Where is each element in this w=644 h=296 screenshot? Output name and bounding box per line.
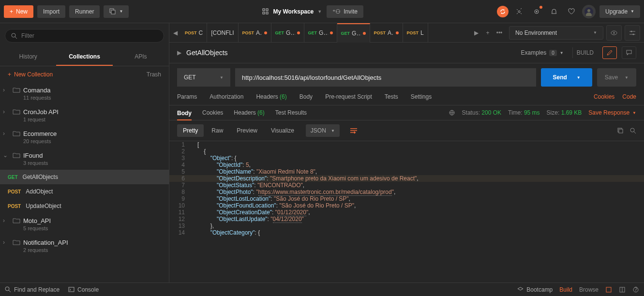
svg-point-6: [518, 11, 520, 13]
collection-item[interactable]: ›Moto_API5 requests: [0, 213, 169, 235]
folder-icon: [13, 152, 20, 159]
collection-name: Ecommerce: [23, 130, 57, 137]
new-button[interactable]: + New: [4, 5, 33, 18]
edit-button[interactable]: [602, 46, 617, 59]
code-line: 4 "ObjectId": 5,: [169, 162, 644, 168]
url-input-wrap[interactable]: [235, 68, 536, 87]
save-button[interactable]: Save ▼: [597, 68, 636, 87]
bootcamp-button[interactable]: Bootcamp: [517, 286, 553, 293]
unsaved-dot: [363, 32, 366, 35]
filter-input-wrap[interactable]: [5, 29, 164, 43]
subtab-authorization[interactable]: Authorization: [210, 93, 243, 100]
upgrade-button[interactable]: Upgrade ▼: [599, 5, 640, 18]
tab-scroll-right[interactable]: ▶: [470, 30, 482, 36]
runner-button[interactable]: Runner: [69, 5, 100, 18]
collection-name: IFound: [23, 152, 48, 159]
environment-preview-button[interactable]: [606, 25, 622, 41]
trash-button[interactable]: Trash: [147, 71, 161, 78]
pane-single-button[interactable]: [605, 286, 612, 293]
examples-dropdown[interactable]: Examples 0 ▼: [521, 49, 563, 56]
collection-item[interactable]: ›Ecommerce20 requests: [0, 126, 169, 148]
request-tab[interactable]: [CONFLI: [207, 23, 238, 43]
import-button[interactable]: Import: [37, 5, 65, 18]
environment-selector[interactable]: No Environment ▼: [509, 26, 603, 40]
tab-history[interactable]: History: [0, 48, 56, 66]
save-response-button[interactable]: Save Response ▼: [588, 109, 636, 116]
url-input[interactable]: [242, 74, 529, 81]
request-name: AddObject: [26, 188, 53, 195]
new-tab-button[interactable]: +: [482, 30, 494, 36]
resptab-cookies[interactable]: Cookies: [202, 109, 223, 116]
gear-icon: [533, 8, 540, 15]
pane-split-button[interactable]: [619, 286, 626, 293]
request-tab[interactable]: POSTL: [403, 23, 428, 43]
help-button[interactable]: ?: [632, 286, 639, 293]
request-tab[interactable]: POSTC: [181, 23, 207, 43]
resptab-headers[interactable]: Headers (6): [234, 109, 264, 116]
subtab-body[interactable]: Body: [300, 93, 313, 100]
footer-build-button[interactable]: Build: [559, 286, 572, 293]
request-item[interactable]: POSTAddObject: [0, 184, 169, 199]
viewtab-preview[interactable]: Preview: [231, 124, 263, 137]
globe-icon[interactable]: [449, 109, 455, 116]
collection-item[interactable]: ›Notification_API2 requests: [0, 235, 169, 257]
svg-rect-3: [266, 9, 268, 11]
invite-button[interactable]: ⁺⚇ Invite: [327, 5, 363, 18]
collection-name: Moto_API: [23, 217, 51, 224]
wrap-button[interactable]: [345, 125, 362, 136]
environment-settings-button[interactable]: [625, 25, 640, 41]
format-selector[interactable]: JSON ▼: [306, 124, 340, 137]
viewtab-raw[interactable]: Raw: [206, 124, 229, 137]
sync-button[interactable]: [497, 6, 509, 17]
tab-collections[interactable]: Collections: [56, 48, 112, 66]
find-replace-button[interactable]: Find and Replace: [5, 286, 60, 293]
request-item[interactable]: POSTUpdateObject: [0, 199, 169, 213]
subtab-settings[interactable]: Settings: [411, 93, 432, 100]
request-tab[interactable]: POSTA..: [370, 23, 403, 43]
subtab-headers[interactable]: Headers (6): [256, 93, 286, 100]
viewtab-visualize[interactable]: Visualize: [265, 124, 300, 137]
subtab-tests[interactable]: Tests: [385, 93, 398, 100]
filter-input[interactable]: [21, 32, 158, 39]
resptab-tests[interactable]: Test Results: [275, 109, 307, 116]
collection-item[interactable]: ›CronJob API1 request: [0, 104, 169, 126]
new-collection-button[interactable]: + New Collection: [8, 71, 53, 78]
request-tab[interactable]: GETG...: [304, 23, 337, 43]
request-item[interactable]: GETGetAllObjects: [0, 170, 169, 184]
tab-method: POST: [374, 30, 386, 35]
capture-button[interactable]: [512, 5, 526, 18]
account-button[interactable]: [582, 5, 596, 18]
request-tab[interactable]: GETG...: [271, 23, 304, 43]
collection-name: CronJob API: [23, 108, 59, 116]
console-button[interactable]: Console: [68, 286, 99, 293]
chevron-down-icon: ▼: [630, 9, 634, 14]
request-tab[interactable]: POSTA..: [239, 23, 271, 43]
tab-scroll-left[interactable]: ◀: [169, 30, 181, 36]
search-response-button[interactable]: [629, 127, 636, 134]
window-menu-button[interactable]: ▼: [104, 5, 129, 18]
send-button[interactable]: Send ▼: [541, 68, 592, 87]
comment-button[interactable]: [622, 46, 636, 59]
tab-apis[interactable]: APIs: [113, 48, 169, 66]
method-badge: POST: [8, 189, 21, 194]
collapse-caret[interactable]: ▶: [177, 49, 181, 56]
collection-item[interactable]: ›Comanda11 requests: [0, 83, 169, 104]
method-selector[interactable]: GET ▼: [177, 68, 230, 87]
subtab-prerequest[interactable]: Pre-request Script: [325, 93, 372, 100]
subtab-params[interactable]: Params: [177, 93, 197, 100]
viewtab-pretty[interactable]: Pretty: [177, 124, 204, 137]
request-tab[interactable]: GETG...: [337, 23, 370, 43]
resptab-body[interactable]: Body: [177, 110, 192, 120]
tab-menu-button[interactable]: •••: [494, 30, 505, 36]
notifications-button[interactable]: [547, 5, 561, 18]
favorite-button[interactable]: [565, 5, 578, 18]
copy-button[interactable]: [617, 127, 624, 134]
response-code-view[interactable]: 1[2 {3 "Object": {4 "ObjectId": 5,5 "Obj…: [169, 141, 644, 282]
code-link[interactable]: Code: [622, 93, 636, 100]
settings-button[interactable]: [530, 5, 543, 18]
collection-item[interactable]: ⌄IFound3 requests: [0, 148, 169, 170]
cookies-link[interactable]: Cookies: [594, 93, 614, 100]
format-label: JSON: [311, 127, 326, 134]
workspace-selector[interactable]: My Workspace ▼: [262, 8, 322, 15]
footer-browse-button[interactable]: Browse: [579, 286, 599, 293]
